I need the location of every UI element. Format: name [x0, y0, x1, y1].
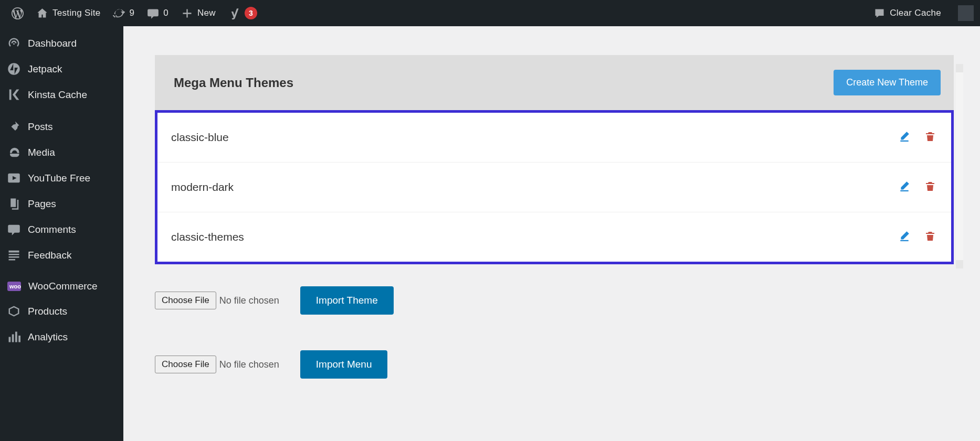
- delete-theme-button[interactable]: [925, 230, 935, 244]
- edit-theme-button[interactable]: [899, 131, 910, 144]
- new-button[interactable]: New: [176, 0, 221, 26]
- scroll-down-button[interactable]: [956, 260, 963, 268]
- choose-file-button[interactable]: Choose File: [155, 292, 216, 309]
- file-chosen-status: No file chosen: [219, 359, 279, 370]
- wordpress-icon: [12, 7, 24, 19]
- sidebar-item-label: Kinsta Cache: [28, 89, 87, 101]
- edit-theme-button[interactable]: [899, 180, 910, 194]
- pin-icon: [7, 120, 20, 133]
- theme-row: modern-dark: [157, 163, 951, 212]
- import-theme-button[interactable]: Import Theme: [300, 286, 394, 315]
- sidebar-item-pages[interactable]: Pages: [0, 191, 123, 217]
- sidebar-item-label: YouTube Free: [28, 173, 90, 184]
- theme-actions: [899, 230, 935, 244]
- jetpack-icon: [7, 62, 20, 76]
- theme-actions: [899, 180, 935, 194]
- import-menu-row: Choose File No file chosen Import Menu: [155, 350, 954, 379]
- box-icon: [7, 305, 20, 318]
- sidebar-item-label: Analytics: [28, 331, 68, 343]
- updates-count: 9: [129, 8, 134, 18]
- main-content: Mega Menu Themes Create New Theme classi…: [123, 26, 980, 441]
- pencil-icon: [899, 180, 910, 192]
- admin-bar: Testing Site 9 0 New 3 Clear Cache: [0, 0, 980, 26]
- yoast-button[interactable]: 3: [223, 0, 262, 26]
- home-icon: [36, 7, 48, 19]
- play-icon: [7, 171, 20, 185]
- choose-file-button[interactable]: Choose File: [155, 356, 216, 373]
- sidebar-item-youtube-free[interactable]: YouTube Free: [0, 165, 123, 191]
- import-theme-row: Choose File No file chosen Import Theme: [155, 286, 954, 315]
- admin-bar-right: Clear Cache: [868, 0, 974, 26]
- pencil-icon: [899, 131, 910, 142]
- admin-bar-left: Testing Site 9 0 New 3: [6, 0, 262, 26]
- updates-button[interactable]: 9: [108, 0, 140, 26]
- edit-theme-button[interactable]: [899, 230, 910, 244]
- comment-icon: [7, 223, 20, 236]
- sidebar-item-jetpack[interactable]: Jetpack: [0, 56, 123, 82]
- file-chooser: Choose File No file chosen: [155, 356, 279, 373]
- sidebar-item-label: WooCommerce: [28, 281, 98, 292]
- sidebar-item-products[interactable]: Products: [0, 298, 123, 324]
- delete-theme-button[interactable]: [925, 131, 935, 144]
- sidebar-item-dashboard[interactable]: Dashboard: [0, 30, 123, 56]
- chart-icon: [7, 330, 20, 343]
- user-avatar[interactable]: [958, 5, 974, 21]
- theme-row: classic-themes: [157, 212, 951, 262]
- sidebar-item-woocommerce[interactable]: woo WooCommerce: [0, 274, 123, 298]
- sidebar-item-comments[interactable]: Comments: [0, 217, 123, 242]
- mega-menu-panel: Mega Menu Themes Create New Theme classi…: [155, 55, 954, 379]
- file-chooser: Choose File No file chosen: [155, 292, 279, 309]
- dashboard-icon: [7, 37, 20, 50]
- pencil-icon: [899, 230, 910, 242]
- plus-icon: [181, 7, 193, 19]
- panel-header: Mega Menu Themes Create New Theme: [155, 55, 954, 110]
- sidebar-item-label: Posts: [28, 121, 53, 133]
- pages-icon: [7, 197, 20, 210]
- theme-name: classic-blue: [171, 131, 229, 144]
- theme-name: modern-dark: [171, 181, 234, 193]
- woo-icon: woo: [7, 282, 21, 291]
- comments-count: 0: [163, 8, 168, 18]
- clear-cache-button[interactable]: Clear Cache: [868, 0, 946, 26]
- scroll-up-button[interactable]: [956, 64, 963, 72]
- admin-sidebar: Dashboard Jetpack Kinsta Cache Posts Med…: [0, 26, 123, 441]
- sidebar-item-label: Pages: [28, 198, 56, 210]
- svg-point-0: [8, 63, 20, 75]
- new-label: New: [197, 8, 216, 18]
- sidebar-item-kinsta-cache[interactable]: Kinsta Cache: [0, 82, 123, 107]
- sidebar-item-label: Dashboard: [28, 38, 77, 49]
- sidebar-item-label: Media: [28, 147, 55, 158]
- theme-list: classic-blue modern-dark classic-themes: [155, 110, 954, 264]
- svg-point-1: [13, 151, 16, 154]
- sidebar-item-label: Comments: [28, 224, 76, 235]
- comment-square-icon: [873, 7, 886, 19]
- comment-icon: [147, 7, 159, 19]
- site-name-button[interactable]: Testing Site: [31, 0, 106, 26]
- sidebar-item-feedback[interactable]: Feedback: [0, 242, 123, 268]
- scrollbar[interactable]: [956, 64, 963, 268]
- kinsta-icon: [7, 88, 20, 101]
- sidebar-item-posts[interactable]: Posts: [0, 114, 123, 139]
- file-chosen-status: No file chosen: [219, 295, 279, 306]
- sidebar-item-analytics[interactable]: Analytics: [0, 324, 123, 350]
- theme-row: classic-blue: [157, 113, 951, 163]
- create-new-theme-button[interactable]: Create New Theme: [834, 70, 941, 95]
- site-name-label: Testing Site: [52, 8, 100, 18]
- trash-icon: [925, 230, 935, 242]
- yoast-badge: 3: [245, 7, 257, 19]
- delete-theme-button[interactable]: [925, 180, 935, 194]
- refresh-icon: [113, 7, 125, 19]
- sidebar-item-media[interactable]: Media: [0, 139, 123, 165]
- trash-icon: [925, 180, 935, 192]
- sidebar-item-label: Products: [28, 306, 67, 317]
- sidebar-item-label: Jetpack: [28, 63, 62, 75]
- comments-button[interactable]: 0: [142, 0, 174, 26]
- wordpress-logo-button[interactable]: [6, 0, 29, 26]
- feedback-icon: [7, 249, 20, 262]
- theme-actions: [899, 131, 935, 144]
- panel-title: Mega Menu Themes: [174, 76, 293, 90]
- import-menu-button[interactable]: Import Menu: [300, 350, 388, 379]
- clear-cache-label: Clear Cache: [890, 8, 941, 18]
- media-icon: [7, 146, 20, 159]
- sidebar-item-label: Feedback: [28, 250, 71, 261]
